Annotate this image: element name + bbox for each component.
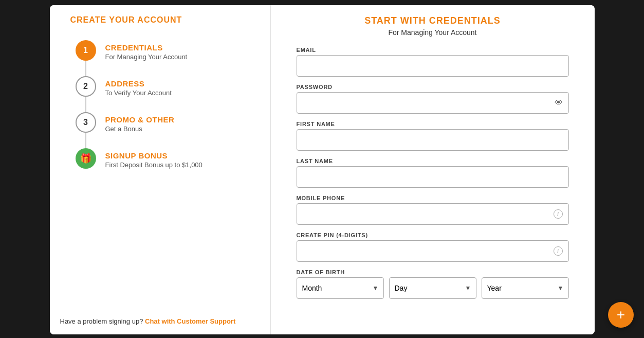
step-sub-credentials: For Managing Your Account	[105, 53, 188, 61]
last-name-input[interactable]	[297, 166, 569, 188]
step-label-credentials: CREDENTIALS	[105, 43, 188, 52]
fab-plus-icon: +	[617, 307, 625, 323]
left-panel: CREATE YOUR ACCOUNT 1 CREDENTIALS For Ma…	[50, 5, 271, 334]
step-item-bonus: 🎁 SIGNUP BONUS First Deposit Bonus up to…	[76, 148, 255, 184]
eye-icon[interactable]: 👁	[555, 98, 563, 108]
day-wrapper: Day ▼	[389, 277, 476, 299]
right-panel: START WITH CREDENTIALS For Managing Your…	[271, 5, 595, 334]
chat-support-link[interactable]: Chat with Customer Support	[145, 317, 235, 325]
step-content-1: CREDENTIALS For Managing Your Account	[105, 40, 188, 61]
step-label-address: ADDRESS	[105, 79, 172, 88]
password-input[interactable]	[297, 92, 569, 114]
first-name-group: FIRST NAME	[297, 121, 569, 151]
registration-modal: CREATE YOUR ACCOUNT 1 CREDENTIALS For Ma…	[50, 5, 595, 334]
step-sub-bonus: First Deposit Bonus up to $1,000	[105, 161, 203, 169]
steps-list: 1 CREDENTIALS For Managing Your Account …	[70, 40, 255, 184]
step-sub-address: To Verify Your Account	[105, 89, 172, 97]
month-wrapper: Month January February March April May J…	[297, 277, 384, 299]
step-content-2: ADDRESS To Verify Your Account	[105, 76, 172, 97]
pin-input[interactable]	[297, 240, 569, 262]
password-label: PASSWORD	[297, 84, 569, 90]
email-input[interactable]	[297, 55, 569, 77]
year-wrapper: Year ▼	[482, 277, 569, 299]
pin-group: CREATE PIN (4-DIGITS) i	[297, 232, 569, 262]
mobile-group: MOBILE PHONE i	[297, 195, 569, 225]
email-group: EMAIL	[297, 47, 569, 77]
mobile-wrapper: i	[297, 203, 569, 225]
dob-row: Month January February March April May J…	[297, 277, 569, 299]
step-label-promo: PROMO & OTHER	[105, 115, 175, 124]
right-subtitle: For Managing Your Account	[297, 28, 569, 37]
mobile-label: MOBILE PHONE	[297, 195, 569, 201]
step-sub-promo: Get a Bonus	[105, 125, 175, 133]
dob-group: DATE OF BIRTH Month January February Mar…	[297, 269, 569, 299]
first-name-label: FIRST NAME	[297, 121, 569, 127]
step-circle-2: 2	[76, 76, 96, 97]
day-select[interactable]: Day	[389, 277, 476, 299]
fab-button[interactable]: +	[608, 302, 634, 328]
password-group: PASSWORD 👁	[297, 84, 569, 114]
email-label: EMAIL	[297, 47, 569, 53]
help-text: Have a problem signing up?	[60, 317, 143, 325]
password-wrapper: 👁	[297, 92, 569, 114]
month-select[interactable]: Month January February March April May J…	[297, 277, 384, 299]
step-item-credentials: 1 CREDENTIALS For Managing Your Account	[76, 40, 255, 76]
pin-wrapper: i	[297, 240, 569, 262]
step-content-bonus: SIGNUP BONUS First Deposit Bonus up to $…	[105, 148, 203, 169]
last-name-group: LAST NAME	[297, 158, 569, 188]
create-account-title: CREATE YOUR ACCOUNT	[70, 15, 255, 25]
first-name-input[interactable]	[297, 129, 569, 151]
year-select[interactable]: Year	[482, 277, 569, 299]
info-icon-pin[interactable]: i	[554, 246, 563, 256]
step-circle-1: 1	[76, 40, 96, 61]
last-name-label: LAST NAME	[297, 158, 569, 164]
step-item-address: 2 ADDRESS To Verify Your Account	[76, 76, 255, 112]
step-label-bonus: SIGNUP BONUS	[105, 151, 203, 160]
step-circle-bonus: 🎁	[76, 148, 96, 169]
dob-label: DATE OF BIRTH	[297, 269, 569, 275]
step-item-promo: 3 PROMO & OTHER Get a Bonus	[76, 112, 255, 148]
right-title: START WITH CREDENTIALS	[297, 15, 569, 26]
info-icon-mobile[interactable]: i	[554, 209, 563, 219]
mobile-input[interactable]	[297, 203, 569, 225]
step-circle-3: 3	[76, 112, 96, 133]
pin-label: CREATE PIN (4-DIGITS)	[297, 232, 569, 238]
bottom-help: Have a problem signing up? Chat with Cus…	[60, 317, 266, 325]
step-content-3: PROMO & OTHER Get a Bonus	[105, 112, 175, 133]
